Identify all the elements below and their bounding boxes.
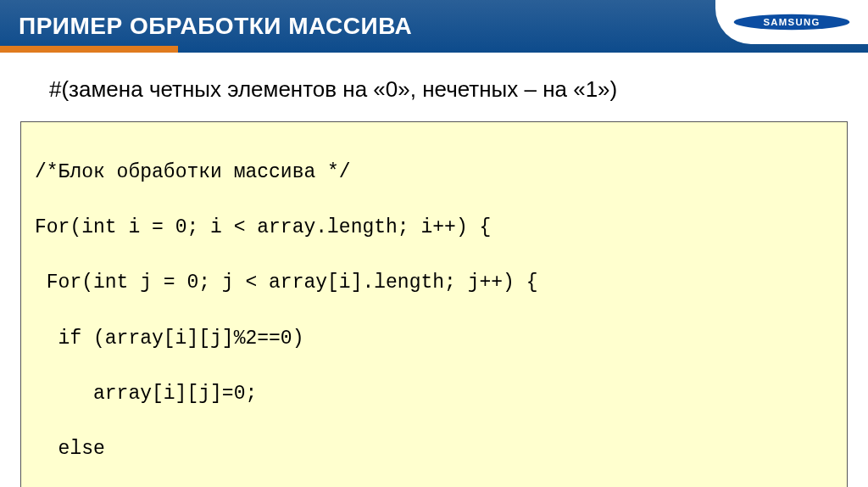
accent-stripe bbox=[0, 46, 178, 53]
code-block: /*Блок обработки массива */ For(int i = … bbox=[20, 121, 848, 487]
slide-subtitle: #(замена четных элементов на «0», нечетн… bbox=[49, 76, 834, 103]
code-line: if (array[i][j]%2==0) bbox=[35, 325, 833, 353]
code-line: For(int j = 0; j < array[i].length; j++)… bbox=[35, 269, 833, 297]
slide-header: ПРИМЕР ОБРАБОТКИ МАССИВА SAMSUNG bbox=[0, 0, 868, 53]
code-line: array[i][j]=0; bbox=[35, 380, 833, 408]
samsung-logo-icon: SAMSUNG bbox=[732, 9, 851, 35]
code-line: else bbox=[35, 435, 833, 463]
code-line: For(int i = 0; i < array.length; i++) { bbox=[35, 214, 833, 242]
brand-text: SAMSUNG bbox=[763, 17, 820, 27]
brand-logo: SAMSUNG bbox=[715, 0, 868, 44]
slide-title: ПРИМЕР ОБРАБОТКИ МАССИВА bbox=[19, 13, 412, 40]
code-line: /*Блок обработки массива */ bbox=[35, 159, 833, 187]
